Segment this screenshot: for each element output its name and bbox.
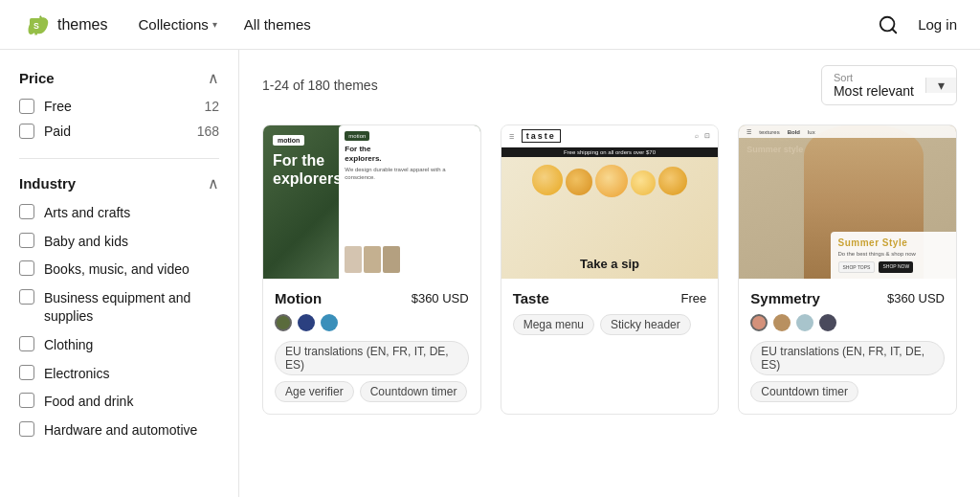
taste-fruits (512, 165, 707, 197)
industry-electronics-label: Electronics (44, 365, 109, 384)
nav-all-themes[interactable]: All themes (244, 16, 311, 33)
checkbox-baby[interactable] (19, 233, 34, 248)
motion-swatch-1[interactable] (275, 314, 292, 331)
search-icon (878, 14, 899, 35)
industry-filter-header[interactable]: Industry ∧ (19, 174, 219, 192)
site-header: S themes Collections ▾ All themes Log in (0, 0, 980, 50)
sort-value: Most relevant (834, 83, 914, 99)
motion-card-text: For theexplorers. (345, 145, 474, 163)
taste-nav-dots: ⌕ ⊡ (695, 132, 710, 140)
industry-options: Arts and crafts Baby and kids Books, mus… (19, 204, 219, 440)
industry-clothing-label: Clothing (44, 336, 93, 355)
industry-business-label: Business equipment and supplies (44, 289, 219, 327)
theme-card-taste: ☰ taste ⌕ ⊡ Free shipping on all orders … (501, 124, 720, 415)
nav-collections-label: Collections (138, 16, 208, 33)
price-options: Free 12 Paid 168 (19, 99, 219, 139)
price-paid-count: 168 (197, 124, 219, 139)
symmetry-inner: CHANTILLY Summer style Summer Style Do t… (739, 125, 956, 279)
sort-label: Sort (834, 72, 914, 83)
industry-option-books: Books, music, and video (19, 260, 219, 280)
price-filter-toggle-icon: ∧ (208, 69, 219, 87)
nav-collections[interactable]: Collections ▾ (138, 16, 216, 33)
results-count: 1-24 of 180 themes (262, 78, 378, 93)
checkbox-business[interactable] (19, 289, 34, 305)
taste-tagline: Take a sip (580, 257, 639, 271)
logo-text: themes (57, 16, 107, 34)
motion-swatch-2[interactable] (298, 314, 315, 331)
industry-option-electronics: Electronics (19, 365, 219, 384)
chevron-down-icon: ▾ (212, 19, 217, 30)
taste-nav: ☰ taste (509, 129, 561, 143)
taste-banner: Free shipping on all orders over $70 (501, 147, 719, 157)
symmetry-swatch-4[interactable] (819, 314, 836, 331)
industry-filter-section: Industry ∧ Arts and crafts Baby and kids… (19, 174, 219, 440)
symmetry-swatch-2[interactable] (773, 314, 791, 331)
motion-person-1 (345, 246, 362, 273)
symmetry-name: Symmetry (750, 290, 820, 306)
logo-link[interactable]: S themes (23, 11, 107, 38)
symmetry-swatch-1[interactable] (750, 314, 768, 331)
industry-option-food: Food and drink (19, 393, 219, 412)
taste-name: Taste (513, 290, 549, 306)
theme-preview-symmetry[interactable]: CHANTILLY Summer style Summer Style Do t… (739, 125, 956, 279)
price-filter-title: Price (19, 70, 55, 86)
checkbox-paid[interactable] (19, 124, 34, 139)
symmetry-features: EU translations (EN, FR, IT, DE, ES) Cou… (750, 341, 945, 402)
taste-tag-sticky-header: Sticky header (600, 314, 691, 335)
checkbox-hardware[interactable] (19, 421, 34, 437)
price-free-label: Free (44, 99, 72, 114)
motion-name-row: Motion $360 USD (275, 290, 469, 306)
price-filter-section: Price ∧ Free 12 Paid 168 (19, 69, 219, 139)
taste-cart-icon: ⊡ (704, 132, 710, 140)
motion-price: $360 USD (412, 291, 469, 305)
symmetry-feature-1: EU translations (EN, FR, IT, DE, ES) (750, 341, 945, 375)
motion-brand-label: motion (273, 135, 304, 146)
taste-name-row: Taste Free (513, 290, 707, 306)
motion-swatches (275, 314, 469, 331)
motion-features: EU translations (EN, FR, IT, DE, ES) Age… (275, 341, 469, 402)
checkbox-clothing[interactable] (19, 336, 34, 351)
search-button[interactable] (878, 14, 899, 35)
industry-option-arts: Arts and crafts (19, 204, 219, 223)
sort-label-wrapper: Sort Most relevant (822, 66, 925, 104)
fruit-1 (532, 165, 563, 195)
sort-dropdown-button[interactable]: ▾ (925, 78, 956, 93)
theme-preview-taste[interactable]: ☰ taste ⌕ ⊡ Free shipping on all orders … (501, 125, 719, 279)
taste-search-icon: ⌕ (695, 132, 699, 140)
login-button[interactable]: Log in (918, 16, 957, 33)
checkbox-arts[interactable] (19, 204, 34, 219)
industry-food-label: Food and drink (44, 393, 133, 412)
symmetry-name-row: Symmetry $360 USD (750, 290, 945, 306)
motion-swatch-3[interactable] (321, 314, 338, 331)
theme-preview-motion[interactable]: motion For theexplorers. motion For thee… (263, 125, 480, 279)
themes-grid: motion For theexplorers. motion For thee… (262, 124, 957, 415)
checkbox-books[interactable] (19, 260, 34, 276)
symmetry-swatch-3[interactable] (796, 314, 813, 331)
motion-feature-3: Countdown timer (360, 381, 468, 402)
symmetry-cta-row: SHOP TOPS SHOP NOW (838, 261, 948, 273)
price-filter-header[interactable]: Price ∧ (19, 69, 219, 87)
taste-tagline-text: Take a sip (580, 257, 639, 271)
symmetry-nav-bold: Bold (788, 129, 800, 135)
checkbox-electronics[interactable] (19, 365, 34, 380)
taste-hamburger: ☰ (509, 133, 514, 140)
fruit-3 (595, 165, 628, 197)
shopify-logo-icon: S (23, 11, 50, 38)
symmetry-overlay: Summer Style Do the best things & shop n… (831, 232, 956, 279)
checkbox-food[interactable] (19, 393, 34, 408)
motion-detail-card: motion For theexplorers. We design durab… (339, 125, 479, 279)
industry-option-clothing: Clothing (19, 336, 219, 355)
price-option-free: Free 12 (19, 99, 219, 114)
symmetry-price: $360 USD (887, 291, 945, 305)
main-nav: Collections ▾ All themes (138, 16, 847, 33)
industry-option-business: Business equipment and supplies (19, 289, 219, 327)
checkbox-free[interactable] (19, 99, 34, 114)
industry-option-baby: Baby and kids (19, 233, 219, 252)
main-content: 1-24 of 180 themes Sort Most relevant ▾ … (239, 50, 980, 497)
taste-price: Free (681, 291, 707, 305)
price-option-paid: Paid 168 (19, 124, 219, 139)
taste-inner: ☰ taste ⌕ ⊡ Free shipping on all orders … (501, 125, 719, 279)
theme-card-motion: motion For theexplorers. motion For thee… (262, 124, 481, 415)
fruit-5 (658, 167, 687, 195)
symmetry-feature-2: Countdown timer (750, 381, 858, 402)
